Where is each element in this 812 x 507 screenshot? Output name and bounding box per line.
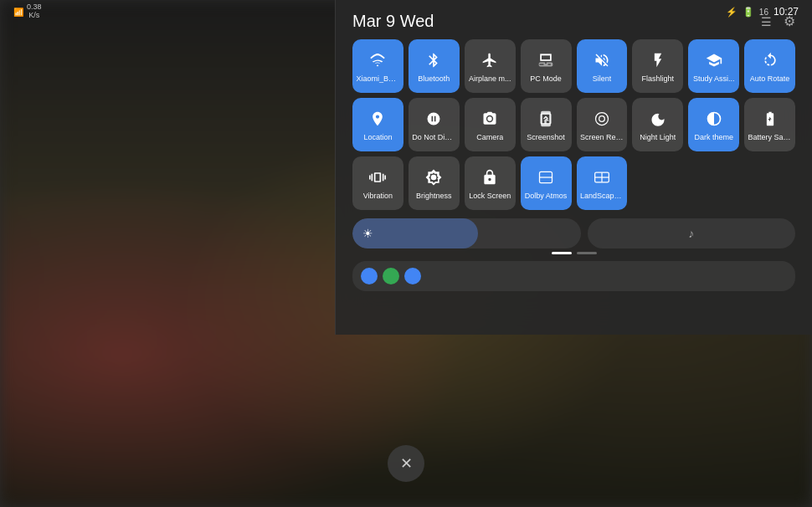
vibration-icon <box>369 169 386 188</box>
tile-darktheme[interactable]: Dark theme <box>688 98 739 151</box>
tile-batterysaver-label: Battery Saver <box>748 133 792 141</box>
study-icon <box>706 52 722 71</box>
music-bar[interactable]: ♪ <box>588 218 796 248</box>
brightness-bar[interactable]: ☀ <box>352 218 581 248</box>
tile-camera-label: Camera <box>476 133 503 141</box>
landscape-icon <box>594 169 610 188</box>
location-icon <box>369 110 386 130</box>
brightness-bar-icon: ☀ <box>362 227 373 240</box>
tile-camera[interactable]: Camera <box>465 98 516 151</box>
app-shortcuts-row <box>352 261 795 291</box>
dolby-icon <box>537 169 554 188</box>
nightlight-icon <box>650 110 666 130</box>
tile-screenrec[interactable]: Screen Rec... <box>577 98 628 151</box>
tile-lockscreen[interactable]: Lock Screen <box>465 156 516 210</box>
tile-dolby-label: Dolby Atmos <box>525 192 568 200</box>
close-icon: ✕ <box>400 454 413 473</box>
quick-tiles-grid: Xiaomi_B07A Bluetooth Airplane m... PC M… <box>352 39 795 210</box>
tile-brightness-label: Brightness <box>416 192 452 200</box>
battery-level: 16 <box>759 8 768 17</box>
brightness-ctrl-icon <box>425 169 442 188</box>
tile-flashlight-label: Flashlight <box>642 74 675 83</box>
tile-autorotate[interactable]: Auto Rotate <box>744 39 795 93</box>
bluetooth-tile-icon <box>425 52 442 71</box>
tile-nightlight[interactable]: Night Light <box>632 98 683 151</box>
app-dot-3[interactable] <box>404 268 421 284</box>
wifi-signal-icon: 📶 <box>13 8 23 17</box>
svg-point-1 <box>595 112 608 125</box>
signal-speed: 0.38 K/s <box>27 3 42 20</box>
bluetooth-icon: ⚡ <box>726 7 737 18</box>
tile-vibration[interactable]: Vibration <box>352 156 403 210</box>
tile-bluetooth[interactable]: Bluetooth <box>409 39 460 93</box>
tile-brightness-ctrl[interactable]: Brightness <box>409 156 460 210</box>
tab-dot-inactive <box>577 252 597 254</box>
bottom-controls: ☀ ♪ <box>352 218 795 248</box>
status-left: 📶 0.38 K/s <box>13 3 42 20</box>
tile-nightlight-label: Night Light <box>640 133 676 141</box>
tile-location-label: Location <box>363 133 392 141</box>
flashlight-icon <box>650 52 666 71</box>
tile-landscape-label: LandScape... <box>580 192 624 200</box>
wifi-icon <box>369 52 386 71</box>
music-icon: ♪ <box>688 227 694 240</box>
tile-wifi[interactable]: Xiaomi_B07A <box>352 39 403 93</box>
tile-screenshot[interactable]: Screenshot <box>521 98 572 151</box>
tile-vibration-label: Vibration <box>363 192 393 200</box>
tab-dot-active <box>552 252 572 254</box>
silent-icon <box>594 52 610 71</box>
tile-donotdist[interactable]: Do Not Dist... <box>409 98 460 151</box>
tile-location[interactable]: Location <box>352 98 403 151</box>
donotdist-icon <box>425 110 442 130</box>
darktheme-icon <box>706 110 722 130</box>
tile-landscape[interactable]: LandScape... <box>577 156 628 210</box>
screenrec-icon <box>594 110 610 130</box>
status-right: ⚡ 🔋 16 10:27 <box>726 6 799 18</box>
tile-silent[interactable]: Silent <box>577 39 628 93</box>
battery-icon: 🔋 <box>743 7 754 18</box>
tile-dolby[interactable]: Dolby Atmos <box>521 156 572 210</box>
tile-silent-label: Silent <box>593 74 612 83</box>
app-dot-2[interactable] <box>383 268 399 284</box>
tab-indicator <box>352 252 795 254</box>
tile-airplane[interactable]: Airplane m... <box>465 39 516 93</box>
tile-batterysaver[interactable]: Battery Saver <box>744 98 795 151</box>
lock-icon <box>481 169 498 188</box>
airplane-icon <box>481 52 498 71</box>
tile-study-label: Study Assi... <box>693 74 735 83</box>
autorotate-icon <box>762 52 779 71</box>
pc-icon <box>537 52 554 71</box>
tile-screenrec-label: Screen Rec... <box>580 133 624 141</box>
app-dot-1[interactable] <box>361 268 378 284</box>
screenshot-icon <box>537 110 554 130</box>
tile-bluetooth-label: Bluetooth <box>418 74 450 83</box>
tile-airplane-label: Airplane m... <box>469 74 511 83</box>
batterysaver-icon <box>762 110 779 130</box>
tile-pcmode-label: PC Mode <box>530 74 562 83</box>
svg-point-2 <box>599 115 605 121</box>
status-bar: 📶 0.38 K/s ⚡ 🔋 16 10:27 <box>0 0 812 23</box>
status-time: 10:27 <box>773 6 799 18</box>
tile-pcmode[interactable]: PC Mode <box>521 39 572 93</box>
tile-flashlight[interactable]: Flashlight <box>632 39 683 93</box>
tile-darktheme-label: Dark theme <box>694 133 733 141</box>
tile-autorotate-label: Auto Rotate <box>750 74 790 83</box>
tile-lockscreen-label: Lock Screen <box>469 192 511 200</box>
control-panel: Mar 9 Wed ☰ ⚙ Xiaomi_B07A Bluetooth Airp… <box>335 0 812 335</box>
tile-wifi-label: Xiaomi_B07A <box>356 74 399 83</box>
close-button[interactable]: ✕ <box>388 445 424 482</box>
tile-screenshot-label: Screenshot <box>527 133 565 141</box>
tile-donotdist-label: Do Not Dist... <box>412 133 455 141</box>
camera-icon <box>481 110 498 130</box>
tile-study[interactable]: Study Assi... <box>688 39 739 93</box>
